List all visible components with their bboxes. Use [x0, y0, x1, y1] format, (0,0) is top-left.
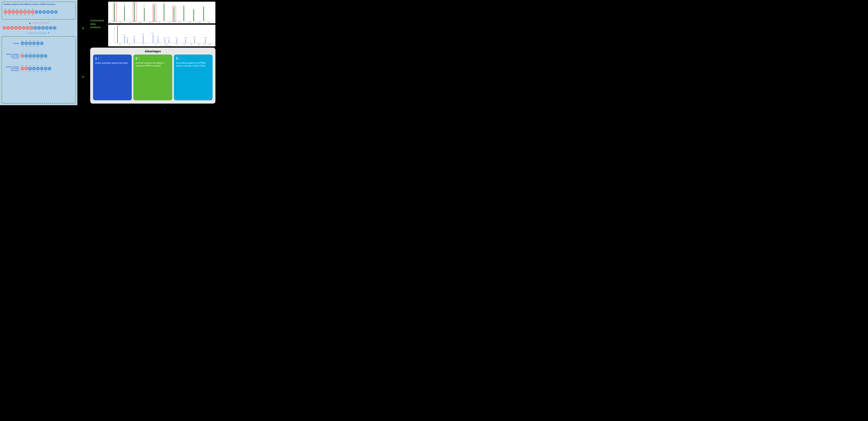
pmo-analysis-label: Analysis of PMO part [33, 22, 49, 24]
advantages-title: Advantages [93, 50, 213, 53]
flow-arrows-panel: ➤ ➤ [78, 0, 89, 105]
svg-text:374.2151: 374.2151 [132, 36, 135, 37]
pmo-circle: pA [15, 10, 19, 14]
svg-text:C14|+4H|+4H: C14|+4H|+4H [163, 2, 164, 3]
bottom-dashed-box: Peptide y5 y4 y3 y2 y1 R A R A [2, 36, 76, 104]
adv-text-2: Very few company has ability to sequence… [135, 62, 170, 67]
ms-chart-bottom: 200 300 400 500 600 700 800 900 1000 110… [108, 25, 215, 46]
adv-number-2: 2： [135, 57, 170, 61]
svg-text:C13|+4H|+4H: C13|+4H|+4H [134, 2, 134, 2]
pmo-circle: pA [4, 10, 7, 14]
svg-text:687: 687 [159, 22, 160, 23]
svg-text:600: 600 [166, 44, 167, 45]
pmo-circle: pG [31, 10, 34, 14]
svg-text:747.3915: 747.3915 [156, 36, 159, 37]
peptide-circle: A [38, 10, 42, 14]
svg-text:500: 500 [155, 44, 156, 45]
adv-number-3: 3： [176, 57, 211, 61]
svg-rect-59 [127, 39, 127, 43]
svg-text:860.4742: 860.4742 [167, 38, 170, 38]
svg-text:821.4773: 821.4773 [163, 37, 166, 38]
peptide-analysis-label: Analysis of peptide part [28, 32, 46, 34]
svg-text:300: 300 [129, 44, 131, 45]
svg-text:584.3265: 584.3265 [141, 34, 144, 35]
peptide-circle: A [46, 10, 50, 14]
adv-text-3: Successfully applied to all PPMO project… [176, 62, 211, 67]
pep1-label: Peptide combined with 1 PMO monomer [4, 53, 19, 59]
advantages-cards: 1： Unique automatic sequencing mode. 2： … [93, 55, 213, 100]
svg-text:700: 700 [176, 44, 177, 45]
adv-number-1: 1： [95, 57, 130, 61]
svg-text:900: 900 [190, 44, 192, 45]
left-panel: Peptide combined with different number o… [0, 0, 78, 105]
svg-rect-21 [114, 4, 115, 21]
svg-text:1458.7966: 1458.7966 [204, 37, 207, 38]
pep2-label: Peptide combined with 2 PMO monomers [4, 66, 19, 71]
svg-rect-57 [124, 37, 125, 43]
svg-text:1100: 1100 [204, 44, 206, 45]
adv-text-1: Unique automatic sequencing mode. [95, 62, 130, 65]
peptide-circle: R [35, 10, 38, 14]
pmo-circle: pG [7, 10, 11, 14]
svg-rect-69 [165, 39, 165, 43]
auto-analysis-label-area: Automated data analysis [90, 2, 106, 46]
svg-text:800: 800 [183, 44, 185, 45]
svg-text:200: 200 [119, 44, 121, 45]
peptide-label: Peptide [4, 42, 19, 44]
auto-analysis-label: Automated data analysis [90, 19, 106, 29]
svg-rect-75 [185, 39, 186, 43]
svg-rect-71 [169, 39, 169, 43]
advantages-box: Advantages 1： Unique automatic sequencin… [90, 47, 215, 104]
middle-molecule-row: pA pG pC pA pG pC pA pG R A R A Y L [2, 26, 76, 30]
peptide-circle: L [54, 10, 58, 14]
svg-text:667.0500: 667.0500 [151, 33, 154, 34]
svg-rect-22 [124, 6, 125, 21]
svg-text:686.6: 686.6 [139, 22, 142, 23]
svg-rect-29 [193, 9, 194, 21]
svg-rect-23 [134, 3, 134, 21]
pmo-circle: pG [19, 10, 23, 14]
peptide-circle: Y [50, 10, 54, 14]
pmo-circle: pC [23, 10, 27, 14]
svg-text:303.1778: 303.1778 [125, 37, 128, 38]
bottom-arrow-right: ➤ [82, 75, 85, 79]
top-dashed-box: Peptide combined with different number o… [2, 2, 76, 20]
svg-text:400: 400 [143, 44, 145, 45]
arrow-right-bottom-icon: ➤ [82, 75, 85, 79]
advantage-card-1: 1： Unique automatic sequencing mode. [93, 55, 132, 100]
pmo-analysis-section: ▲ Analysis of PMO part [2, 21, 76, 25]
svg-rect-24 [144, 8, 145, 21]
svg-text:C11|+4H|+4H: C11|+4H|+4H [124, 2, 125, 6]
svg-text:687.8: 687.8 [198, 22, 201, 23]
svg-rect-67 [158, 38, 158, 43]
peptide-circle: R [42, 10, 46, 14]
svg-rect-55 [117, 26, 118, 43]
advantage-card-2: 2： Very few company has ability to seque… [133, 55, 172, 100]
svg-rect-27 [174, 7, 174, 21]
up-arrow-icon: ▲ [29, 21, 31, 24]
charts-row: Automated data analysis 686 686.2 686.4 … [90, 2, 215, 46]
svg-rect-25 [154, 5, 155, 21]
pep2-row: Peptide combined with 2 PMO monomers y6 … [4, 63, 74, 74]
svg-rect-79 [205, 39, 206, 43]
svg-rect-61 [134, 38, 134, 43]
svg-text:1000: 1000 [198, 44, 200, 45]
svg-text:1101.6164: 1101.6164 [184, 37, 187, 38]
svg-text:687.4: 687.4 [179, 22, 181, 23]
right-panel: Automated data analysis 686 686.2 686.4 … [89, 0, 217, 105]
svg-text:C12|+4H|+4H: C12|+4H|+4H [114, 2, 115, 3]
ms-chart-top-svg: 686 686.2 686.4 686.6 686.8 687 687.2 68… [108, 2, 215, 23]
svg-text:686.8: 686.8 [149, 22, 151, 23]
top-box-title: Peptide combined with different number o… [4, 3, 74, 5]
svg-rect-65 [153, 34, 153, 43]
svg-text:688: 688 [208, 22, 210, 23]
ms-chart-top: 686 686.2 686.4 686.6 686.8 687 687.2 68… [108, 2, 215, 23]
svg-text:Counts vs. Mass-to-Charge (m/z: Counts vs. Mass-to-Charge (m/z) [160, 45, 172, 46]
top-arrow-right: ➤ [82, 26, 85, 31]
svg-text:973.5075: 973.5075 [175, 37, 178, 38]
pep1-row: Peptide combined with 1 PMO monomer y6 y… [4, 51, 74, 61]
svg-text:1200: 1200 [209, 44, 211, 45]
svg-text:687.2: 687.2 [169, 22, 171, 23]
charts-container: 686 686.2 686.4 686.6 686.8 687 687.2 68… [108, 2, 215, 46]
svg-rect-73 [177, 39, 177, 43]
